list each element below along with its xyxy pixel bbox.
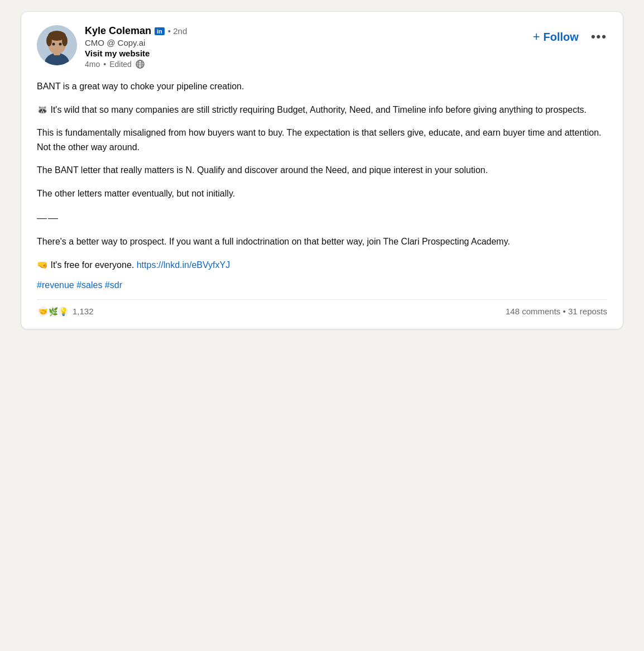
paragraph-6: There's a better way to prospect. If you… [37,234,607,249]
svg-point-6 [62,35,68,46]
post-header: Kyle Coleman in • 2nd CMO @ Copy.ai Visi… [37,25,607,69]
reaction-count[interactable]: 1,132 [73,307,94,316]
author-name-row: Kyle Coleman in • 2nd [85,25,187,37]
reactions-section: 🤝 🌿 💡 1,132 [37,305,94,318]
svg-point-7 [52,43,55,46]
more-options-button[interactable]: ••• [591,30,607,44]
paragraph-3: This is fundamentally misaligned from ho… [37,126,607,154]
author-info: Kyle Coleman in • 2nd CMO @ Copy.ai Visi… [85,25,187,69]
paragraph-4: The BANT letter that really matters is N… [37,163,607,178]
post-link[interactable]: https://lnkd.in/eBVyfxYJ [137,260,230,270]
reaction-emojis: 🤝 🌿 💡 [37,305,69,318]
visit-website-link[interactable]: Visit my website [85,49,187,58]
follow-plus-icon: + [533,30,540,44]
avatar[interactable] [37,25,77,65]
svg-point-5 [46,35,52,46]
post-stats[interactable]: 148 comments • 31 reposts [506,307,607,316]
edited-label: Edited [109,60,132,69]
paragraph-5: The other letters matter eventually, but… [37,186,607,201]
svg-point-8 [59,43,62,46]
paragraph-2: 🦝 It's wild that so many companies are s… [37,103,607,117]
paragraph-7-prefix: 🤜 It's free for everyone. [37,260,137,270]
header-actions: + Follow ••• [528,25,607,46]
post-meta: 4mo • Edited [85,59,187,69]
linkedin-badge: in [155,27,165,35]
paragraph-7: 🤜 It's free for everyone. https://lnkd.i… [37,258,607,272]
post-footer: 🤝 🌿 💡 1,132 148 comments • 31 reposts [37,299,607,318]
author-name[interactable]: Kyle Coleman [85,25,151,37]
connection-degree: • 2nd [168,26,187,36]
author-section: Kyle Coleman in • 2nd CMO @ Copy.ai Visi… [37,25,187,69]
post-body: BANT is a great way to choke your pipeli… [37,79,607,272]
reaction-emoji-3: 💡 [57,305,69,318]
follow-label: Follow [544,31,579,44]
post-card: Kyle Coleman in • 2nd CMO @ Copy.ai Visi… [21,11,623,329]
author-title: CMO @ Copy.ai [85,38,187,47]
divider: —— [37,210,607,226]
hashtags[interactable]: #revenue #sales #sdr [37,280,607,290]
post-time: 4mo [85,60,100,69]
paragraph-1: BANT is a great way to choke your pipeli… [37,79,607,94]
globe-icon [135,59,145,69]
follow-button[interactable]: + Follow [528,27,583,46]
